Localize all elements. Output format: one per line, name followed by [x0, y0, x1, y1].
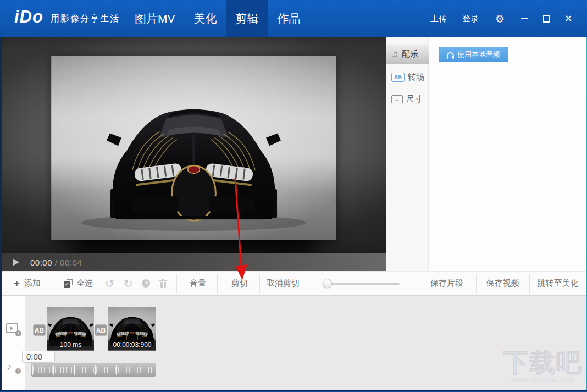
waveform-ticks [33, 367, 154, 373]
main-nav: 图片MV 美化 剪辑 作品 [125, 0, 310, 37]
minimize-button[interactable] [513, 8, 535, 30]
header-actions: 上传 登录 ⚙ ✕ [423, 0, 579, 37]
zoom-slider-track[interactable] [323, 283, 400, 285]
header-divider [120, 0, 120, 37]
goto-beautify-button[interactable]: 跳转至美化 [530, 272, 586, 295]
select-all-checkbox-icon: ✓ [64, 279, 73, 288]
app-window: iDo 用影像分享生活 图片MV 美化 剪辑 作品 上传 登录 ⚙ ✕ [0, 0, 587, 392]
ab-transition-icon: AB [391, 73, 405, 82]
volume-button[interactable]: 音量 [181, 272, 215, 295]
playhead[interactable] [31, 291, 31, 388]
music-note-icon: ♫ [391, 49, 398, 60]
timeline-area: + ♪+ AB 100 ms AB 00:00:03:900 0:00 [2, 296, 586, 390]
video-preview-area [2, 37, 386, 253]
nav-tab-works[interactable]: 作品 [268, 0, 310, 37]
close-button[interactable]: ✕ [557, 8, 579, 30]
app-tagline: 用影像分享生活 [51, 13, 120, 25]
toolbar-divider [57, 274, 57, 293]
track-header-column: + ♪+ [2, 296, 25, 390]
nav-tab-photo-mv[interactable]: 图片MV [125, 0, 185, 37]
headphone-icon [447, 52, 454, 57]
add-button[interactable]: + 添加 [14, 272, 41, 295]
window-border [0, 390, 587, 392]
add-label: 添加 [24, 278, 41, 289]
toolbar-divider [217, 274, 218, 293]
undo-icon: ↺ [105, 278, 114, 289]
sidebar-tab-dimensions[interactable]: ↔ 尺寸 [386, 91, 429, 107]
nav-tab-edit[interactable]: 剪辑 [226, 0, 268, 37]
timeline-ruler-start: 0:00 [22, 351, 55, 363]
sidebar-tab-transition[interactable]: AB 转场 [386, 69, 429, 85]
watermark-title: 下载吧 [503, 347, 583, 378]
clip-duration-label: 100 ms [47, 340, 94, 350]
music-panel: 使用本地音频 [429, 37, 586, 271]
use-local-audio-button[interactable]: 使用本地音频 [439, 47, 508, 62]
nav-tab-beautify[interactable]: 美化 [185, 0, 226, 37]
window-border [0, 37, 2, 392]
trash-icon [159, 279, 167, 288]
playback-bar: 00:00 / 00:04 [2, 253, 386, 271]
transition-badge[interactable]: AB [95, 324, 107, 336]
time-current: 00:00 [30, 258, 52, 267]
upload-button[interactable]: 上传 [423, 14, 455, 24]
site-watermark: 下载吧 www.xiazaiba.com [503, 347, 583, 384]
select-all-label: 全选 [76, 278, 93, 289]
plus-icon: + [14, 278, 20, 289]
toolbar-divider [259, 274, 260, 293]
save-clip-button[interactable]: 保存片段 [418, 272, 475, 295]
video-frame [51, 56, 336, 240]
add-audio-track-icon[interactable]: ♪+ [7, 361, 21, 374]
redo-button[interactable]: ↻ [124, 272, 133, 295]
settings-gear-icon[interactable]: ⚙ [486, 14, 513, 24]
delete-button[interactable] [159, 272, 167, 295]
sidebar-tab-music[interactable]: ♫ 配乐 [386, 44, 429, 64]
toolbar-divider [176, 274, 177, 293]
music-note-icon: ♪ [7, 361, 12, 372]
zoom-slider-knob[interactable] [323, 279, 332, 288]
clip-duration-label: 00:00:03:900 [108, 340, 156, 350]
watermark-url: www.xiazaiba.com [503, 376, 583, 384]
sidebar-tab-label: 配乐 [402, 49, 418, 59]
timeline-clip-2[interactable]: 00:00:03:900 [108, 307, 156, 351]
duration-button[interactable] [142, 272, 150, 295]
time-display: 00:00 / 00:04 [30, 258, 82, 267]
redo-icon: ↻ [124, 278, 133, 289]
app-logo: iDo [14, 7, 43, 27]
time-separator: / [52, 258, 60, 267]
toolbar-divider [306, 274, 306, 293]
audio-track-waveform[interactable] [31, 363, 156, 377]
add-video-track-icon[interactable]: + [6, 323, 21, 336]
cancel-cut-button[interactable]: 取消剪切 [262, 272, 304, 295]
select-all-button[interactable]: ✓ 全选 [64, 272, 93, 295]
maximize-button[interactable] [535, 8, 557, 30]
login-button[interactable]: 登录 [455, 14, 486, 24]
minimize-icon [521, 18, 528, 19]
dimensions-icon: ↔ [391, 95, 403, 103]
sidebar-tab-label: 转场 [408, 72, 424, 82]
undo-button[interactable]: ↺ [105, 272, 114, 295]
timeline-clip-1[interactable]: 100 ms [47, 307, 94, 351]
play-icon[interactable] [13, 258, 19, 266]
title-bar: iDo 用影像分享生活 图片MV 美化 剪辑 作品 上传 登录 ⚙ ✕ [0, 0, 587, 37]
transition-badge[interactable]: AB [33, 324, 46, 336]
maximize-icon [543, 15, 550, 23]
right-sidebar: ♫ 配乐 AB 转场 ↔ 尺寸 [386, 37, 429, 271]
time-total: 00:04 [60, 258, 82, 267]
use-local-audio-label: 使用本地音频 [457, 49, 500, 59]
clock-icon [142, 279, 150, 288]
sidebar-tab-label: 尺寸 [406, 94, 423, 104]
edit-toolbar: + 添加 ✓ 全选 ↺ ↻ 音量 剪切 取消剪切 保存片段 保存视频 跳转至美化 [2, 271, 586, 296]
save-video-button[interactable]: 保存视频 [477, 272, 529, 295]
cut-button[interactable]: 剪切 [221, 272, 258, 295]
